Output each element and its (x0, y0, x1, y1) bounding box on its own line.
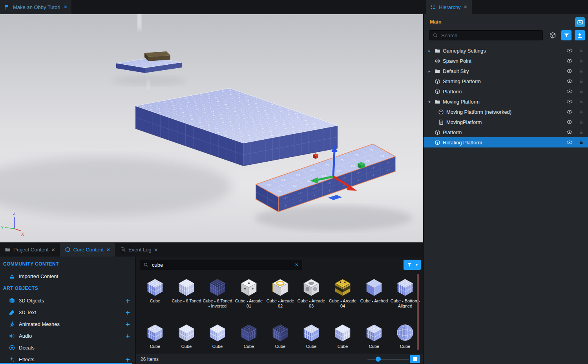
visibility-toggle[interactable] (566, 139, 573, 146)
lock-toggle[interactable] (579, 140, 584, 145)
cube-thumbnail-icon (270, 322, 291, 343)
asset-tile-cube[interactable]: Cube (140, 276, 170, 304)
folder-icon (435, 99, 440, 105)
sidebar-item-3d-text[interactable]: 3D Text + (0, 307, 135, 318)
hierarchy-row-rotating-platform[interactable]: Rotating Platform (424, 137, 588, 147)
visibility-toggle[interactable] (566, 109, 573, 115)
asset-tile-cube-6-toned-inverted[interactable]: Cube - 6 Toned - Inverted (202, 276, 233, 309)
asset-label: Cube (359, 344, 389, 349)
asset-tile[interactable]: Cube (359, 322, 389, 349)
expander-icon[interactable]: ▸ (427, 69, 432, 73)
grid-view-toggle-button[interactable] (410, 355, 420, 363)
asset-filter-button[interactable]: ▾ (404, 260, 421, 270)
asset-tile-cube-arcade-04[interactable]: Cube - Arcade 04 (327, 276, 358, 309)
lock-toggle[interactable] (579, 109, 584, 114)
thumbnail-size-slider[interactable] (367, 359, 409, 360)
hierarchy-row-starting-platform[interactable]: Starting Platform (424, 76, 588, 86)
asset-label: Cube (202, 344, 233, 349)
add-button[interactable]: + (126, 356, 130, 363)
sidebar-item-decals[interactable]: Decals (0, 342, 135, 353)
asset-tile-cube-arcade-03[interactable]: Cube - Arcade 03 (296, 276, 327, 309)
asset-tile[interactable]: Cube (171, 322, 202, 349)
asset-tile[interactable]: Cube (265, 322, 296, 349)
tab-core-content[interactable]: Core Content ✕ (60, 243, 115, 257)
close-icon[interactable]: ✕ (154, 248, 158, 252)
pen-icon (9, 309, 15, 316)
asset-scrollbar[interactable] (417, 274, 419, 350)
asset-tile-cube-arcade-01[interactable]: Cube - Arcade 01 (234, 276, 264, 309)
clear-search-icon[interactable]: ✕ (295, 262, 299, 267)
lock-toggle[interactable] (579, 99, 584, 104)
gizmo-axis-z[interactable] (333, 151, 334, 177)
sidebar-item-animated-meshes[interactable]: Animated Meshes + (0, 318, 135, 329)
scene-canvas[interactable]: Z Y X (0, 14, 423, 242)
lock-toggle[interactable] (579, 48, 584, 53)
capture-thumbnail-button[interactable] (575, 17, 585, 27)
close-icon[interactable]: ✕ (51, 248, 55, 252)
visibility-toggle[interactable] (566, 98, 573, 105)
add-button[interactable]: + (126, 297, 130, 304)
visibility-toggle[interactable] (566, 129, 573, 135)
visibility-toggle[interactable] (566, 47, 573, 54)
asset-tile-cube-arcade-02[interactable]: Cube - Arcade 02 (265, 276, 296, 309)
crate[interactable] (144, 51, 170, 61)
asset-search-input[interactable] (151, 262, 292, 268)
tab-hierarchy[interactable]: Hierarchy ✕ (426, 0, 472, 14)
sidebar-item-imported-content[interactable]: Imported Content (0, 271, 135, 282)
close-icon[interactable]: ✕ (106, 248, 110, 252)
add-button[interactable]: + (126, 320, 130, 328)
frame-object-button[interactable] (549, 32, 556, 39)
asset-tile[interactable]: Cube (202, 322, 233, 349)
decal-icon (9, 344, 15, 351)
hierarchy-row-moving-platform-group[interactable]: ▾ Moving Platform (424, 96, 588, 107)
close-icon[interactable]: ✕ (464, 5, 467, 9)
add-button[interactable]: + (126, 332, 130, 340)
sidebar-item-3d-objects[interactable]: 3D Objects + (0, 295, 135, 306)
lock-toggle[interactable] (579, 89, 584, 94)
sidebar-item-audio[interactable]: Audio + (0, 330, 135, 341)
expander-icon[interactable]: ▾ (427, 100, 432, 104)
lock-toggle[interactable] (579, 79, 584, 84)
visibility-toggle[interactable] (566, 78, 573, 84)
lock-toggle[interactable] (579, 120, 584, 124)
hierarchy-row-movingplatform-script[interactable]: MovingPlatform (424, 117, 588, 127)
cube-thumbnail-icon (144, 276, 166, 297)
hierarchy-row-platform-1[interactable]: Platform (424, 86, 588, 96)
hierarchy-row-spawn-point[interactable]: Spawn Point (424, 56, 588, 66)
chevron-down-icon[interactable]: ▾ (416, 263, 418, 267)
cube-thumbnail-icon (332, 276, 353, 297)
hierarchy-row-moving-platform-networked[interactable]: Moving Platform (networked) (424, 107, 588, 117)
thumbnail-size-slider-handle[interactable] (376, 357, 381, 362)
tab-project-content[interactable]: Project Content ✕ (0, 243, 60, 257)
visibility-toggle[interactable] (566, 88, 573, 95)
visibility-toggle[interactable] (566, 68, 573, 74)
tab-scene[interactable]: Make an Obby Tutorial ✕ (0, 0, 71, 14)
asset-tile-cube-arched[interactable]: Cube - Arched (359, 276, 389, 304)
hierarchy-row-gameplay-settings[interactable]: ▸ Gameplay Settings (424, 46, 588, 56)
expander-icon[interactable]: ▸ (427, 49, 432, 53)
asset-tile-cube-6-toned[interactable]: Cube - 6 Toned (171, 276, 202, 304)
asset-tile[interactable]: Cube (327, 322, 358, 349)
lock-toggle[interactable] (579, 58, 584, 63)
hierarchy-row-platform-2[interactable]: Platform (424, 127, 588, 137)
hierarchy-row-default-sky[interactable]: ▸ Default Sky (424, 66, 588, 76)
lock-toggle[interactable] (579, 69, 584, 73)
lock-toggle[interactable] (579, 130, 584, 135)
add-button[interactable]: + (126, 309, 130, 316)
visibility-toggle[interactable] (566, 58, 573, 64)
asset-tile[interactable]: Cube (140, 322, 170, 349)
visibility-toggle[interactable] (566, 119, 573, 125)
asset-tile[interactable]: Cube (296, 322, 327, 349)
hierarchy-upload-button[interactable] (575, 30, 585, 40)
viewport-3d[interactable]: Z Y X (0, 14, 423, 242)
cube-thumbnail-icon (238, 322, 259, 343)
search-icon (433, 33, 438, 38)
hierarchy-filter-button[interactable] (561, 30, 572, 40)
asset-tile[interactable]: Cube (234, 322, 264, 349)
close-icon[interactable]: ✕ (64, 5, 68, 9)
asset-tile-cube-bottom-aligned[interactable]: Cube - Bottom-Aligned (390, 276, 420, 309)
tab-event-log[interactable]: Event Log ✕ (115, 243, 163, 257)
cube-thumbnail-icon (144, 322, 166, 343)
hierarchy-search-input[interactable] (440, 32, 539, 39)
asset-tile[interactable]: Cube (390, 322, 420, 349)
